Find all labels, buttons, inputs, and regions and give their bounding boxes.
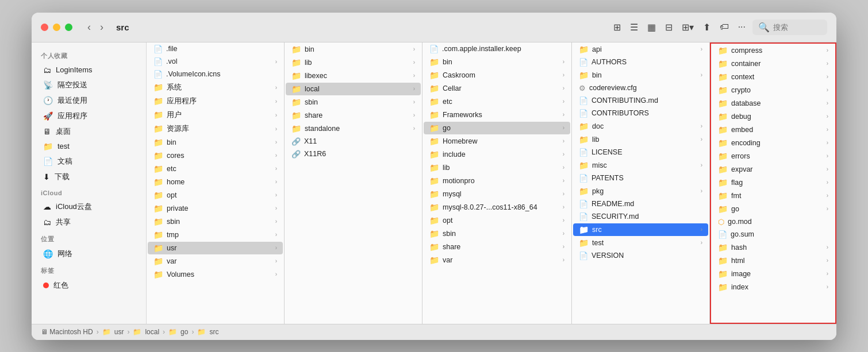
gallery-view-icon[interactable]: ⊟	[663, 20, 675, 35]
list-item[interactable]: 📁 private ›	[148, 202, 283, 215]
list-item[interactable]: 📄 PATENTS	[573, 172, 708, 184]
close-button[interactable]	[41, 24, 48, 31]
list-item[interactable]: 🔗 X11	[286, 136, 421, 148]
list-view-icon[interactable]: ☰	[628, 20, 640, 35]
list-item[interactable]: 🔗 X11R6	[286, 148, 421, 160]
list-item[interactable]: 📁 cores ›	[148, 149, 283, 162]
search-input[interactable]	[773, 23, 825, 32]
list-item[interactable]: 📁 用户 ›	[148, 109, 283, 122]
list-item[interactable]: 📁 bin ›	[148, 136, 283, 149]
sidebar-item-documents[interactable]: 📄 文稿	[34, 154, 144, 169]
list-item[interactable]: 📁 share ›	[424, 241, 570, 253]
list-item[interactable]: 📁 go ›	[712, 203, 834, 215]
list-item[interactable]: 📁 var ›	[148, 255, 283, 268]
list-item[interactable]: 📄 .VolumeIcon.icns	[148, 68, 283, 80]
list-item[interactable]: 📁 container ›	[712, 57, 834, 70]
list-item[interactable]: 📄 .vol ›	[148, 56, 283, 68]
list-item[interactable]: 📁 share ›	[286, 109, 421, 122]
list-item[interactable]: 📁 fmt ›	[712, 189, 834, 202]
list-item[interactable]: 📁 系统 ›	[148, 81, 283, 94]
list-item[interactable]: 📁 opt ›	[148, 189, 283, 202]
list-item[interactable]: 📁 lib ›	[286, 56, 421, 69]
list-item[interactable]: 📄 .com.apple.installer.keep	[424, 43, 570, 55]
sidebar-item-applications[interactable]: 🚀 应用程序	[34, 109, 144, 123]
list-item[interactable]: 📁 context ›	[712, 71, 834, 83]
sidebar-item-shared[interactable]: 🗂 共享	[34, 215, 144, 230]
list-item[interactable]: 📁 encoding ›	[712, 137, 834, 149]
list-item[interactable]: 📁 etc ›	[424, 95, 570, 108]
sidebar-item-network[interactable]: 🌐 网络	[34, 246, 144, 261]
forward-button[interactable]: ›	[97, 20, 107, 34]
list-item[interactable]: 📁 hash ›	[712, 241, 834, 254]
list-item[interactable]: 📁 image ›	[712, 268, 834, 280]
list-item[interactable]: 📁 lib ›	[573, 133, 708, 146]
list-item[interactable]: 📁 资源库 ›	[148, 122, 283, 136]
sidebar-item-airdrop[interactable]: 📡 隔空投送	[34, 78, 144, 92]
list-item[interactable]: 📁 mysql ›	[424, 188, 570, 200]
list-item[interactable]: 📁 etc ›	[148, 163, 283, 175]
list-item[interactable]: 📄 CONTRIBUTING.md	[573, 95, 708, 107]
list-item[interactable]: 📁 usr ›	[148, 242, 283, 254]
list-item[interactable]: 📁 errors ›	[712, 150, 834, 163]
maximize-button[interactable]	[65, 24, 72, 31]
list-item[interactable]: 📄 CONTRIBUTORS	[573, 107, 708, 119]
list-item[interactable]: 📁 doc ›	[573, 120, 708, 133]
list-item[interactable]: 📁 Volumes ›	[148, 268, 283, 281]
list-item[interactable]: 📁 sbin ›	[286, 96, 421, 109]
list-item[interactable]: 📁 include ›	[424, 148, 570, 161]
list-item[interactable]: 📁 go ›	[424, 122, 570, 134]
minimize-button[interactable]	[53, 24, 60, 31]
sidebar-item-desktop[interactable]: 🖥 桌面	[34, 124, 144, 139]
sidebar-item-test[interactable]: 📁 test	[34, 140, 144, 153]
list-item[interactable]: 📁 Homebrew ›	[424, 135, 570, 148]
list-item[interactable]: 📁 database ›	[712, 97, 834, 110]
list-item[interactable]: 📁 lib ›	[424, 161, 570, 174]
list-item[interactable]: 📁 bin ›	[424, 56, 570, 68]
list-item[interactable]: 📄 go.sum	[712, 229, 834, 241]
list-item[interactable]: 📁 api ›	[573, 43, 708, 56]
back-button[interactable]: ‹	[84, 20, 94, 34]
search-box[interactable]: 🔍	[752, 20, 827, 35]
list-item[interactable]: 📁 compress ›	[712, 44, 834, 57]
list-item[interactable]: 📁 misc ›	[573, 159, 708, 172]
list-item[interactable]: 📁 应用程序 ›	[148, 95, 283, 108]
list-item[interactable]: 📄 README.md	[573, 198, 708, 210]
grid-view-icon[interactable]: ⊞	[611, 20, 623, 35]
list-item[interactable]: 📁 opt ›	[424, 214, 570, 227]
more-options-icon[interactable]: ···	[736, 20, 748, 34]
list-item[interactable]: 📁 html ›	[712, 254, 834, 267]
list-item[interactable]: 📁 home ›	[148, 176, 283, 188]
list-item[interactable]: 📄 .file	[148, 43, 283, 55]
sidebar-item-logintems[interactable]: 🗂 LoginItems	[34, 63, 144, 77]
share-icon[interactable]: ⬆	[701, 20, 713, 35]
column-view-icon[interactable]: ▦	[645, 20, 658, 35]
list-item[interactable]: 📄 SECURITY.md	[573, 211, 708, 223]
list-item[interactable]: 📁 expvar ›	[712, 163, 834, 176]
list-item[interactable]: 📁 bin ›	[573, 69, 708, 82]
list-item[interactable]: ⚙ codereview.cfg	[573, 82, 708, 94]
list-item[interactable]: 📁 local ›	[286, 83, 421, 95]
list-item[interactable]: 📁 bin ›	[286, 43, 421, 56]
sidebar-item-downloads[interactable]: ⬇ 下载	[34, 169, 144, 184]
tag-icon[interactable]: 🏷	[717, 20, 731, 34]
list-item[interactable]: 📄 VERSION	[573, 250, 708, 262]
list-item[interactable]: 📁 Caskroom ›	[424, 69, 570, 82]
list-item[interactable]: 📁 debug ›	[712, 110, 834, 123]
list-item[interactable]: 📁 crypto ›	[712, 84, 834, 96]
list-item[interactable]: 📁 var ›	[424, 254, 570, 266]
list-item[interactable]: 📁 libexec ›	[286, 69, 421, 82]
view-options-icon[interactable]: ⊞▾	[679, 20, 696, 35]
list-item[interactable]: 📁 standalone ›	[286, 122, 421, 135]
list-item[interactable]: 📁 test ›	[573, 237, 708, 249]
list-item[interactable]: 📁 mysql-8.0.27-...cos11-x86_64 ›	[424, 201, 570, 214]
list-item[interactable]: 📄 AUTHORS	[573, 56, 708, 68]
sidebar-item-icloud-drive[interactable]: ☁ iCloud云盘	[34, 199, 144, 214]
list-item[interactable]: 📁 motionpro ›	[424, 175, 570, 187]
list-item[interactable]: 📁 Frameworks ›	[424, 109, 570, 121]
list-item[interactable]: 📁 pkg ›	[573, 185, 708, 198]
list-item[interactable]: ⬡ go.mod	[712, 216, 834, 228]
list-item[interactable]: 📁 embed ›	[712, 123, 834, 136]
list-item[interactable]: 📁 tmp ›	[148, 229, 283, 241]
list-item[interactable]: 📁 flag ›	[712, 176, 834, 189]
list-item[interactable]: 📁 Cellar ›	[424, 82, 570, 95]
